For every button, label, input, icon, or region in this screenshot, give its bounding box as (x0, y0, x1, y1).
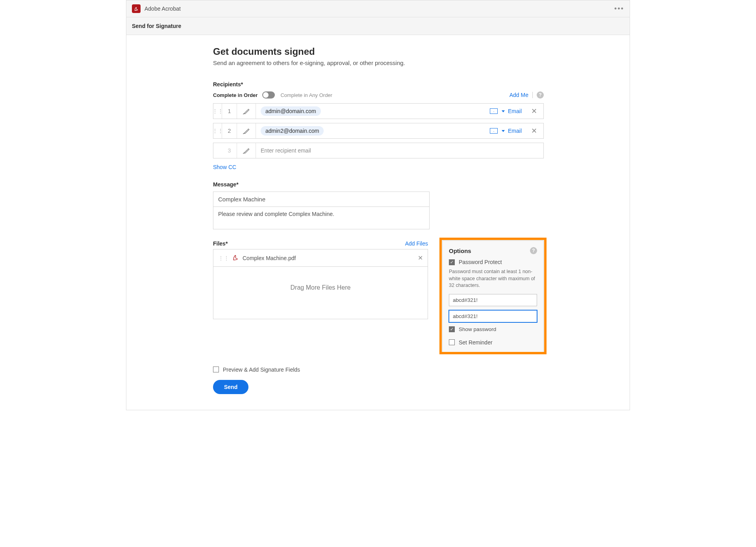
delivery-method-dropdown[interactable]: Email (487, 128, 525, 134)
drag-handle-icon[interactable]: ⋮⋮ (213, 123, 222, 138)
recipient-number: 2 (222, 123, 237, 138)
chevron-down-icon (502, 130, 505, 132)
drag-handle-icon[interactable]: ⋮⋮ (213, 104, 222, 119)
role-cell[interactable] (237, 123, 256, 138)
recipients-label: Recipients* (213, 81, 544, 87)
recipient-email-field[interactable]: admin2@domain.com (256, 123, 487, 138)
options-title: Options (449, 247, 471, 254)
message-subject-input[interactable]: Complex Machine (213, 192, 429, 207)
recipient-number: 1 (222, 104, 237, 119)
order-row: Complete in Order Complete in Any Order … (213, 91, 544, 99)
recipient-row: ⋮⋮ 3 Enter recipient email (213, 143, 544, 158)
role-cell[interactable] (237, 104, 256, 119)
password-protect-label: Password Protect (459, 259, 502, 265)
complete-in-order-label: Complete in Order (213, 92, 258, 98)
recipient-placeholder: Enter recipient email (261, 147, 311, 154)
recipient-email-field[interactable]: Enter recipient email (256, 143, 543, 158)
recipient-row: ⋮⋮ 2 admin2@domain.com Email ✕ (213, 123, 544, 139)
pen-icon (243, 107, 250, 115)
options-panel: Options ? Password Protect Password must… (442, 240, 544, 352)
drag-handle-icon[interactable]: ⋮⋮ (218, 255, 229, 261)
content-area: Get documents signed Send an agreement t… (126, 35, 630, 410)
add-me-link[interactable]: Add Me (510, 92, 528, 98)
message-body-input[interactable]: Please review and complete Complex Machi… (213, 207, 429, 229)
password-input[interactable] (449, 294, 537, 306)
remove-recipient-icon[interactable]: ✕ (525, 107, 543, 115)
page-title: Get documents signed (213, 46, 544, 57)
set-reminder-checkbox[interactable] (449, 339, 455, 345)
message-label: Message* (213, 181, 544, 188)
pdf-icon (232, 253, 239, 262)
email-chip[interactable]: admin@domain.com (261, 106, 321, 116)
show-cc-link[interactable]: Show CC (213, 164, 236, 170)
recipient-number: 3 (222, 143, 237, 158)
pen-icon (243, 147, 250, 154)
chevron-down-icon (502, 110, 505, 112)
role-cell[interactable] (237, 143, 256, 158)
remove-file-icon[interactable]: ✕ (418, 254, 423, 262)
file-name: Complex Machine.pdf (243, 255, 418, 261)
more-menu-icon[interactable]: ••• (614, 5, 624, 13)
help-icon[interactable]: ? (537, 91, 544, 99)
show-password-checkbox[interactable] (449, 326, 455, 332)
app-window: Adobe Acrobat ••• Send for Signature Get… (126, 0, 630, 410)
preview-checkbox[interactable] (213, 367, 219, 372)
add-files-link[interactable]: Add Files (405, 240, 428, 247)
recipient-email-field[interactable]: admin@domain.com (256, 104, 487, 119)
subheader: Send for Signature (126, 17, 630, 35)
password-help-text: Password must contain at least 1 non-whi… (449, 268, 537, 289)
message-box: Complex Machine Please review and comple… (213, 192, 430, 229)
remove-recipient-icon[interactable]: ✕ (525, 127, 543, 135)
preview-label: Preview & Add Signature Fields (223, 367, 300, 373)
confirm-password-input[interactable] (449, 310, 537, 322)
pen-icon (243, 127, 250, 135)
acrobat-app-icon (132, 4, 141, 13)
files-label: Files* (213, 240, 228, 247)
mail-icon (490, 128, 498, 134)
file-dropzone[interactable]: Drag More Files Here (213, 267, 428, 319)
set-reminder-label: Set Reminder (459, 339, 493, 346)
file-row: ⋮⋮ Complex Machine.pdf ✕ (213, 249, 428, 267)
mail-icon (490, 108, 498, 114)
send-button[interactable]: Send (213, 380, 248, 394)
file-list: ⋮⋮ Complex Machine.pdf ✕ Drag More Files… (213, 249, 428, 319)
help-icon[interactable]: ? (530, 247, 537, 254)
title-bar: Adobe Acrobat ••• (126, 0, 630, 17)
complete-any-order-label: Complete in Any Order (280, 92, 509, 98)
email-chip[interactable]: admin2@domain.com (261, 126, 324, 136)
page-subtitle: Send an agreement to others for e-signin… (213, 60, 544, 66)
app-title: Adobe Acrobat (145, 6, 614, 12)
recipient-row: ⋮⋮ 1 admin@domain.com Email ✕ (213, 103, 544, 119)
delivery-method-dropdown[interactable]: Email (487, 108, 525, 114)
order-toggle[interactable] (262, 91, 275, 99)
show-password-label: Show password (459, 326, 496, 332)
password-protect-checkbox[interactable] (449, 259, 455, 265)
